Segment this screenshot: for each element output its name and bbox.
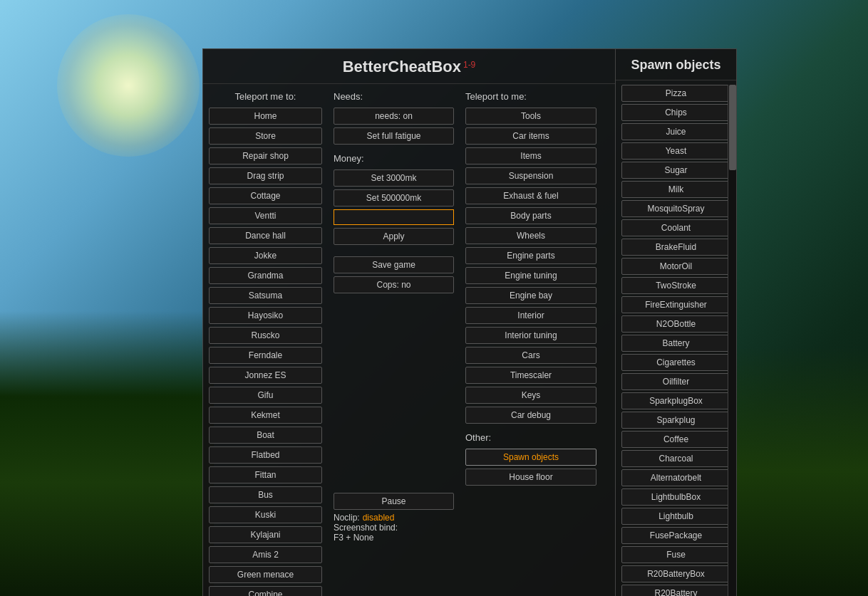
btn-tools[interactable]: Tools xyxy=(465,108,596,125)
btn-grandma[interactable]: Grandma xyxy=(209,267,322,284)
spawn-btn-lightbulb[interactable]: Lightbulb xyxy=(621,508,730,525)
teleport-to-me-title: Teleport to me: xyxy=(465,91,596,102)
spawn-btn-coffee[interactable]: Coffee xyxy=(621,431,730,448)
spawn-btn-coolant[interactable]: Coolant xyxy=(621,219,730,236)
btn-ruscko[interactable]: Ruscko xyxy=(209,327,322,344)
spawn-btn-r20-battery[interactable]: R20Battery xyxy=(621,585,730,596)
btn-satsuma[interactable]: Satsuma xyxy=(209,287,322,304)
spawn-btn-sparkplug[interactable]: Sparkplug xyxy=(621,412,730,429)
teleport-me-to-col: Teleport me to: Home Store Repair shop D… xyxy=(203,91,328,596)
spawn-btn-milk[interactable]: Milk xyxy=(621,181,730,198)
btn-jonnez-es[interactable]: Jonnez ES xyxy=(209,367,322,384)
btn-store[interactable]: Store xyxy=(209,127,322,145)
spawn-scrollbar[interactable] xyxy=(728,85,736,596)
btn-drag-strip[interactable]: Drag strip xyxy=(209,167,322,184)
teleport-me-to-title: Teleport me to: xyxy=(209,91,322,102)
btn-boat[interactable]: Boat xyxy=(209,427,322,444)
spawn-btn-n2o-bottle[interactable]: N2OBottle xyxy=(621,315,730,333)
teleport-to-me-col: Teleport to me: Tools Car items Items Su… xyxy=(460,91,602,596)
btn-timescaler[interactable]: Timescaler xyxy=(465,367,596,384)
btn-car-items[interactable]: Car items xyxy=(465,127,596,145)
btn-kylajani[interactable]: Kylajani xyxy=(209,526,322,543)
btn-bus[interactable]: Bus xyxy=(209,486,322,503)
btn-amis2[interactable]: Amis 2 xyxy=(209,546,322,563)
btn-spawn-objects[interactable]: Spawn objects xyxy=(465,449,596,466)
spawn-btn-alternatorbelt[interactable]: Alternatorbelt xyxy=(621,469,730,486)
btn-cars[interactable]: Cars xyxy=(465,347,596,364)
btn-jokke[interactable]: Jokke xyxy=(209,247,322,264)
btn-green-menace[interactable]: Green menace xyxy=(209,566,322,583)
spawn-btn-pizza[interactable]: Pizza xyxy=(621,85,730,102)
spawn-btn-battery[interactable]: Battery xyxy=(621,335,730,352)
spawn-btn-juice[interactable]: Juice xyxy=(621,123,730,140)
btn-gifu[interactable]: Gifu xyxy=(209,387,322,404)
btn-pause[interactable]: Pause xyxy=(334,493,454,510)
spawn-title: Spawn objects xyxy=(631,58,720,72)
btn-suspension[interactable]: Suspension xyxy=(465,167,596,184)
btn-ventti[interactable]: Ventti xyxy=(209,207,322,224)
spawn-btn-sparkplug-box[interactable]: SparkplugBox xyxy=(621,392,730,409)
btn-keys[interactable]: Keys xyxy=(465,387,596,404)
btn-fittan[interactable]: Fittan xyxy=(209,466,322,483)
btn-save-game[interactable]: Save game xyxy=(334,256,454,273)
btn-combine[interactable]: Combine xyxy=(209,586,322,596)
btn-hayosiko[interactable]: Hayosiko xyxy=(209,307,322,324)
spawn-btn-motor-oil[interactable]: MotorOil xyxy=(621,258,730,275)
spawn-btn-fuse-package[interactable]: FusePackage xyxy=(621,527,730,544)
spawn-btn-fuse[interactable]: Fuse xyxy=(621,546,730,563)
btn-kekmet[interactable]: Kekmet xyxy=(209,407,322,424)
cheatbox-title: BetterCheatBox xyxy=(343,58,461,75)
btn-needs-on[interactable]: needs: on xyxy=(334,108,454,125)
spawn-panel: Spawn objects Pizza Chips Juice Yeast Su… xyxy=(616,48,737,596)
spawn-btn-r20-battery-box[interactable]: R20BatteryBox xyxy=(621,565,730,582)
btn-engine-parts[interactable]: Engine parts xyxy=(465,247,596,264)
money-input[interactable]: 0 xyxy=(334,209,454,225)
cheatbox-version: 1-9 xyxy=(463,60,475,70)
btn-flatbed[interactable]: Flatbed xyxy=(209,446,322,464)
btn-exhaust-fuel[interactable]: Exhaust & fuel xyxy=(465,187,596,204)
save-section: Save game Cops: no xyxy=(334,256,454,293)
btn-body-parts[interactable]: Body parts xyxy=(465,207,596,224)
background-sun xyxy=(57,14,200,157)
background-trees-left xyxy=(0,311,214,596)
spawn-btn-brake-fluid[interactable]: BrakeFluid xyxy=(621,239,730,256)
spawn-btn-cigarettes[interactable]: Cigarettes xyxy=(621,354,730,371)
btn-apply[interactable]: Apply xyxy=(334,228,454,245)
other-title: Other: xyxy=(465,432,596,443)
btn-cops[interactable]: Cops: no xyxy=(334,276,454,293)
spawn-btn-fire-extinguisher[interactable]: FireExtinguisher xyxy=(621,296,730,313)
btn-set-full-fatigue[interactable]: Set full fatigue xyxy=(334,127,454,145)
btn-items[interactable]: Items xyxy=(465,147,596,164)
btn-engine-tuning[interactable]: Engine tuning xyxy=(465,267,596,284)
btn-dance-hall[interactable]: Dance hall xyxy=(209,227,322,244)
spawn-btn-lightbulb-box[interactable]: LightbulbBox xyxy=(621,488,730,506)
spawn-header: Spawn objects xyxy=(616,49,736,80)
spawn-body[interactable]: Pizza Chips Juice Yeast Sugar Milk Mosqu… xyxy=(616,80,736,596)
cheatbox-header: BetterCheatBox1-9 xyxy=(203,49,615,84)
spawn-btn-chips[interactable]: Chips xyxy=(621,104,730,121)
btn-set-500000[interactable]: Set 500000mk xyxy=(334,189,454,206)
btn-house-floor[interactable]: House floor xyxy=(465,469,596,486)
btn-kuski[interactable]: Kuski xyxy=(209,506,322,523)
btn-home[interactable]: Home xyxy=(209,108,322,125)
btn-wheels[interactable]: Wheels xyxy=(465,227,596,244)
btn-ferndale[interactable]: Ferndale xyxy=(209,347,322,364)
spawn-btn-sugar[interactable]: Sugar xyxy=(621,162,730,179)
btn-engine-bay[interactable]: Engine bay xyxy=(465,287,596,304)
btn-cottage[interactable]: Cottage xyxy=(209,187,322,204)
spawn-btn-mosquito-spray[interactable]: MosquitoSpray xyxy=(621,200,730,217)
btn-set-3000[interactable]: Set 3000mk xyxy=(334,169,454,187)
btn-repair-shop[interactable]: Repair shop xyxy=(209,147,322,164)
spawn-btn-charcoal[interactable]: Charcoal xyxy=(621,450,730,467)
needs-col: Needs: needs: on Set full fatigue Money:… xyxy=(328,91,460,596)
btn-interior-tuning[interactable]: Interior tuning xyxy=(465,327,596,344)
spawn-btn-yeast[interactable]: Yeast xyxy=(621,142,730,160)
spawn-btn-oilfilter[interactable]: Oilfilter xyxy=(621,373,730,390)
noclip-row: Noclip: disabled xyxy=(334,513,454,523)
btn-car-debug[interactable]: Car debug xyxy=(465,407,596,424)
spawn-scrollbar-thumb[interactable] xyxy=(729,85,736,170)
btn-interior[interactable]: Interior xyxy=(465,307,596,324)
bottom-controls: Pause Noclip: disabled Screenshot bind: … xyxy=(334,493,454,543)
spawn-btn-two-stroke[interactable]: TwoStroke xyxy=(621,277,730,294)
screenshot-row: Screenshot bind: xyxy=(334,523,454,533)
